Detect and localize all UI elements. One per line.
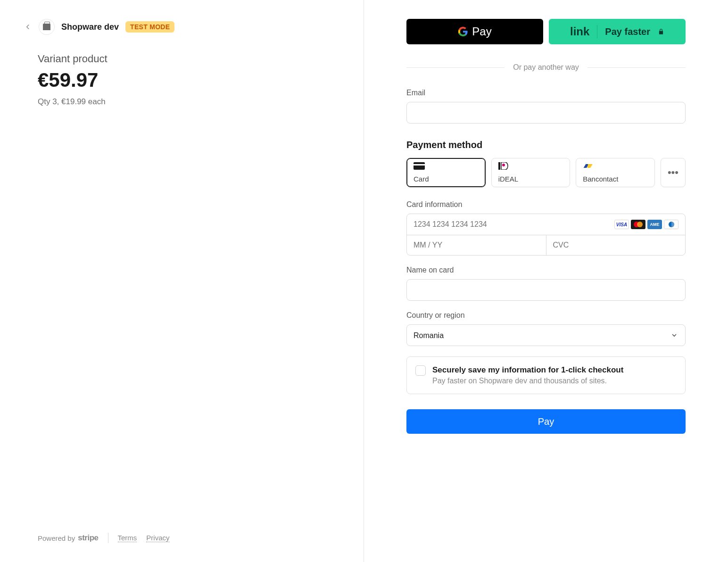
country-label: Country or region (406, 311, 686, 320)
save-info-box[interactable]: Securely save my information for 1-click… (406, 356, 686, 394)
more-icon: ••• (668, 166, 678, 179)
order-total: €59.97 (38, 69, 340, 91)
pay-button[interactable]: Pay (406, 409, 686, 434)
amex-icon: AME (647, 220, 662, 229)
email-label: Email (406, 89, 686, 97)
order-qty-line: Qty 3, €19.99 each (38, 97, 340, 107)
bancontact-icon (583, 162, 594, 170)
card-number-field[interactable] (414, 220, 614, 229)
card-brand-logos: VISA AME (614, 220, 678, 229)
left-footer: Powered by stripe Terms Privacy (38, 533, 170, 543)
card-cvc-field[interactable] (546, 235, 686, 255)
link-pay-label: Pay faster (605, 26, 650, 37)
payment-form-pane: Pay link Pay faster Or pay another way E… (364, 0, 728, 562)
link-pay-button[interactable]: link Pay faster (549, 19, 686, 44)
payment-tab-ideal[interactable]: iDEAL (491, 158, 571, 187)
svg-rect-0 (498, 162, 500, 170)
privacy-link[interactable]: Privacy (146, 534, 169, 542)
email-field[interactable] (406, 102, 686, 124)
stripe-logo: stripe (78, 533, 98, 543)
google-icon (458, 26, 468, 37)
powered-by-text: Powered by (38, 534, 75, 542)
save-info-subtitle: Pay faster on Shopware dev and thousands… (432, 377, 623, 385)
save-info-title: Securely save my information for 1-click… (432, 365, 623, 374)
divider-text: Or pay another way (513, 63, 579, 72)
card-icon (414, 162, 425, 170)
mastercard-icon (631, 220, 645, 229)
payment-tab-more[interactable]: ••• (661, 158, 686, 187)
card-info-label: Card information (406, 200, 686, 209)
terms-link[interactable]: Terms (118, 534, 137, 542)
alt-payment-divider: Or pay another way (406, 63, 686, 72)
country-select[interactable]: Romania (406, 324, 686, 346)
payment-tab-bancontact-label: Bancontact (583, 175, 648, 183)
name-on-card-label: Name on card (406, 266, 686, 274)
payment-tab-card[interactable]: Card (406, 158, 486, 187)
gpay-label: Pay (472, 25, 491, 38)
google-pay-button[interactable]: Pay (406, 19, 543, 44)
diners-icon (664, 220, 678, 229)
footer-divider (108, 533, 108, 543)
save-info-checkbox[interactable] (415, 365, 426, 376)
order-summary-pane: Shopware dev TEST MODE Variant product €… (0, 0, 364, 562)
payment-tab-ideal-label: iDEAL (498, 175, 563, 183)
payment-method-title: Payment method (406, 140, 686, 150)
merchant-avatar (39, 19, 55, 35)
product-name: Variant product (38, 53, 340, 65)
ideal-icon (498, 162, 510, 170)
name-on-card-field[interactable] (406, 279, 686, 301)
lock-icon (658, 28, 664, 35)
link-separator (597, 25, 597, 38)
svg-point-1 (502, 164, 505, 166)
test-mode-badge: TEST MODE (125, 21, 174, 33)
link-logo: link (570, 25, 589, 38)
payment-tab-bancontact[interactable]: Bancontact (576, 158, 655, 187)
merchant-name: Shopware dev (61, 22, 119, 32)
visa-icon: VISA (614, 220, 629, 229)
back-arrow-icon[interactable] (24, 23, 32, 31)
payment-tab-card-label: Card (414, 175, 479, 183)
card-expiry-field[interactable] (407, 235, 546, 255)
